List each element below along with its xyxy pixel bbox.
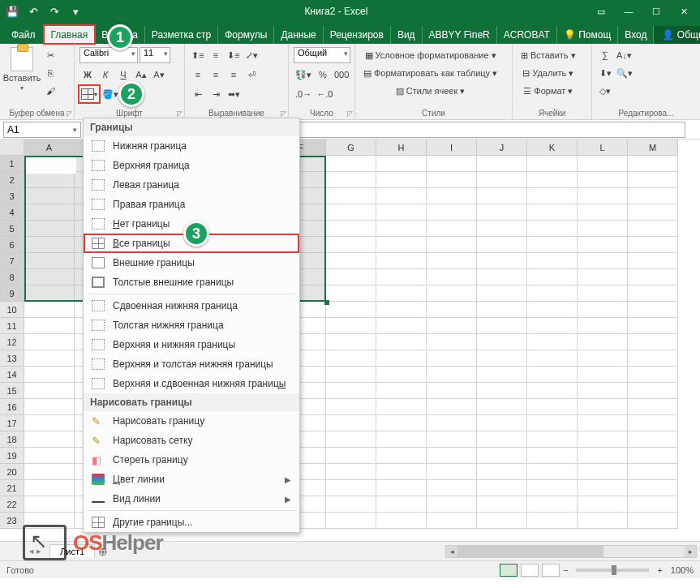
cell[interactable] [628, 415, 678, 431]
cell[interactable] [326, 221, 376, 237]
row-header-10[interactable]: 10 [0, 302, 24, 318]
cell[interactable] [477, 302, 527, 318]
cell[interactable] [477, 188, 527, 204]
cell[interactable] [628, 156, 678, 172]
copy-icon[interactable]: ⎘ [42, 65, 58, 81]
draw-border[interactable]: Нарисовать границу [84, 411, 299, 431]
cell[interactable] [376, 318, 427, 334]
comma-format-icon[interactable]: 000 [333, 67, 350, 83]
view-normal-icon[interactable] [500, 564, 517, 577]
bold-button[interactable]: Ж [79, 67, 96, 83]
border-left[interactable]: Левая граница [84, 175, 299, 195]
cell[interactable] [477, 350, 527, 367]
cell[interactable] [376, 448, 427, 464]
cell[interactable] [477, 253, 527, 269]
cell[interactable] [477, 464, 527, 480]
cell[interactable] [376, 156, 427, 172]
clipboard-launcher-icon[interactable]: ◸ [67, 109, 72, 118]
minimize-icon[interactable]: — [616, 2, 642, 20]
border-thick-outside[interactable]: Толстые внешние границы [84, 273, 299, 292]
cell[interactable] [376, 172, 427, 188]
border-top[interactable]: Верхняя граница [84, 156, 299, 175]
cell[interactable] [527, 156, 578, 172]
cell[interactable] [578, 464, 628, 480]
cell[interactable] [477, 448, 527, 464]
paste-button[interactable]: Вставить ▾ [5, 47, 39, 92]
cell[interactable] [578, 431, 628, 448]
erase-border[interactable]: Стереть границу [84, 450, 299, 470]
cell[interactable] [376, 367, 427, 383]
font-size-select[interactable]: 11 [140, 47, 170, 63]
share-button[interactable]: 👤 Общий доступ [654, 26, 700, 44]
row-header-17[interactable]: 17 [0, 415, 24, 431]
cell[interactable] [326, 318, 376, 334]
fill-handle[interactable] [324, 300, 329, 305]
format-cells-button[interactable]: ☰ Формат ▾ [517, 83, 579, 99]
col-header-I[interactable]: I [427, 139, 477, 156]
cell[interactable] [527, 204, 578, 221]
cell[interactable] [477, 156, 527, 172]
cell[interactable] [578, 318, 628, 334]
cell[interactable] [578, 253, 628, 269]
align-middle-icon[interactable]: ≡ [208, 47, 224, 63]
cell[interactable] [578, 383, 628, 399]
cell[interactable] [578, 448, 628, 464]
scroll-right-icon[interactable]: ▸ [685, 546, 696, 557]
cell[interactable] [477, 480, 527, 496]
cell[interactable] [326, 253, 376, 269]
align-left-icon[interactable]: ≡ [190, 67, 206, 83]
decrease-font-icon[interactable]: A▾ [151, 67, 167, 83]
cell[interactable] [578, 367, 628, 383]
cell[interactable] [628, 367, 678, 383]
align-bottom-icon[interactable]: ⬇≡ [225, 47, 242, 63]
conditional-formatting-button[interactable]: ▦ Условное форматирование ▾ [360, 47, 500, 63]
zoom-out-button[interactable]: − [563, 565, 568, 575]
name-box[interactable]: A1▾ [3, 122, 81, 138]
col-header-L[interactable]: L [578, 139, 628, 156]
cell[interactable] [477, 172, 527, 188]
cell[interactable] [376, 415, 427, 431]
clear-icon[interactable]: ◇▾ [597, 83, 613, 99]
cell[interactable] [326, 431, 376, 448]
row-header-9[interactable]: 9 [0, 285, 24, 302]
cell[interactable] [376, 431, 427, 448]
cut-icon[interactable]: ✂ [42, 47, 58, 63]
cell[interactable] [326, 156, 376, 172]
cell[interactable] [24, 367, 75, 383]
cell[interactable] [376, 204, 427, 221]
tab-view[interactable]: Вид [391, 26, 423, 44]
cell[interactable] [477, 285, 527, 302]
cell[interactable] [24, 399, 75, 415]
zoom-in-button[interactable]: + [657, 565, 662, 575]
fill-icon[interactable]: ⬇▾ [597, 65, 613, 81]
cell[interactable] [527, 221, 578, 237]
undo-icon[interactable]: ↶ [24, 2, 42, 20]
tell-me[interactable]: 💡 Помощ [557, 26, 618, 44]
row-header-7[interactable]: 7 [0, 253, 24, 269]
cell[interactable] [527, 334, 578, 350]
tab-home[interactable]: Главная [44, 25, 96, 44]
cell[interactable] [477, 431, 527, 448]
col-header-G[interactable]: G [326, 139, 376, 156]
font-launcher-icon[interactable]: ◸ [177, 109, 183, 118]
cell[interactable] [24, 415, 75, 431]
cell[interactable] [427, 269, 477, 285]
cell[interactable] [427, 285, 477, 302]
cell[interactable] [578, 334, 628, 350]
cell[interactable] [477, 204, 527, 221]
cell[interactable] [326, 237, 376, 253]
cell[interactable] [477, 496, 527, 513]
line-color[interactable]: Цвет линии▶ [84, 470, 299, 489]
font-name-select[interactable]: Calibri [79, 47, 138, 63]
cell[interactable] [578, 204, 628, 221]
cell[interactable] [477, 334, 527, 350]
borders-button[interactable]: ▾ [79, 86, 99, 102]
cell[interactable] [527, 513, 578, 529]
cell[interactable] [376, 399, 427, 415]
zoom-level[interactable]: 100% [671, 565, 694, 575]
cell[interactable] [326, 415, 376, 431]
cell[interactable] [628, 302, 678, 318]
cell[interactable] [527, 269, 578, 285]
cell[interactable] [628, 383, 678, 399]
cell[interactable] [628, 318, 678, 334]
